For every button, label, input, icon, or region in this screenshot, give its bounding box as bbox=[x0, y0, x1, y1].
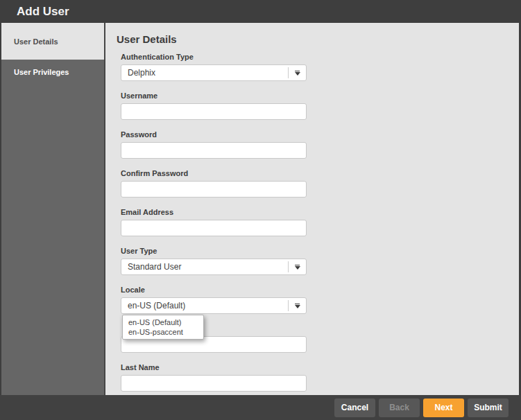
form-field: User Type Standard User bbox=[121, 247, 307, 275]
dialog-body: User DetailsUser Privileges User Details… bbox=[0, 23, 521, 395]
select-value: en-US (Default) bbox=[121, 301, 288, 310]
form-field: Username bbox=[121, 91, 307, 120]
field-label: Confirm Password bbox=[121, 169, 307, 178]
confirm-password-input[interactable] bbox=[121, 181, 307, 198]
section-heading: User Details bbox=[117, 33, 519, 46]
password-input[interactable] bbox=[121, 142, 307, 159]
field-label: Email Address bbox=[121, 208, 307, 217]
sidebar-tab-user-details[interactable]: User Details bbox=[1, 23, 104, 60]
select-value: Standard User bbox=[121, 262, 288, 272]
field-label: Password bbox=[121, 130, 307, 139]
dialog-title: Add User bbox=[0, 0, 521, 23]
field-label: Locale bbox=[121, 286, 307, 295]
field-label: User Type bbox=[121, 247, 307, 256]
chevron-down-icon bbox=[289, 71, 306, 76]
select-value: Delphix bbox=[121, 68, 288, 78]
form-field: Confirm Password bbox=[121, 169, 307, 198]
locale-dropdown-popup: en-US (Default)en-US-psaccent bbox=[122, 315, 204, 340]
authentication-type-select[interactable]: Delphix bbox=[121, 64, 307, 81]
dropdown-option[interactable]: en-US-psaccent bbox=[123, 327, 203, 337]
footer-bar: CancelBackNextSubmit bbox=[0, 395, 521, 420]
form-field: Password bbox=[121, 130, 307, 159]
chevron-down-icon bbox=[289, 304, 306, 308]
field-label: Authentication Type bbox=[121, 53, 307, 62]
email-address-input[interactable] bbox=[121, 220, 307, 236]
submit-button[interactable]: Submit bbox=[468, 399, 509, 417]
sidebar: User DetailsUser Privileges bbox=[0, 23, 105, 395]
form-field: Last Name bbox=[121, 363, 307, 392]
add-user-dialog: Add User User DetailsUser Privileges Use… bbox=[0, 0, 521, 420]
last-name-input[interactable] bbox=[121, 375, 307, 392]
form-field: Email Address bbox=[121, 208, 307, 236]
field-label: Username bbox=[121, 91, 307, 100]
user-type-select[interactable]: Standard User bbox=[121, 259, 307, 275]
chevron-down-icon bbox=[289, 265, 306, 270]
field-label: Last Name bbox=[121, 363, 307, 372]
sidebar-tab-user-privileges[interactable]: User Privileges bbox=[1, 60, 104, 395]
dropdown-option[interactable]: en-US (Default) bbox=[123, 317, 203, 327]
content-panel: User Details Authentication Type Delphix… bbox=[105, 23, 519, 395]
form-field: Locale en-US (Default) en-US (Default)en… bbox=[121, 286, 307, 314]
form-field: Authentication Type Delphix bbox=[121, 53, 307, 81]
back-button: Back bbox=[379, 399, 420, 417]
cancel-button[interactable]: Cancel bbox=[334, 399, 375, 417]
locale-select[interactable]: en-US (Default) bbox=[121, 297, 307, 314]
next-button[interactable]: Next bbox=[423, 399, 464, 417]
form-fields: Authentication Type Delphix Username Pas… bbox=[121, 53, 307, 392]
username-input[interactable] bbox=[121, 103, 307, 120]
